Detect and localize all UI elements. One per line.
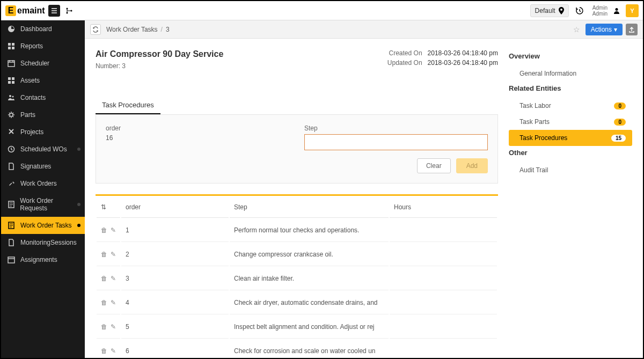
sidebar-item-monitoring-sessions[interactable]: MonitoringSessions xyxy=(1,234,85,251)
step-label: Step xyxy=(304,124,488,132)
sidebar-item-work-order-tasks[interactable]: Work Order Tasks xyxy=(1,217,85,234)
step-input[interactable] xyxy=(304,134,488,150)
sidebar-item-projects[interactable]: Projects xyxy=(1,123,85,141)
scheduler-icon xyxy=(6,60,16,67)
table-row: 🗑✎2Change compressor crankcase oil. xyxy=(97,243,497,266)
sidebar-item-assignments[interactable]: Assignments xyxy=(1,251,85,268)
edit-icon[interactable]: ✎ xyxy=(111,275,116,282)
location-selector[interactable]: Default xyxy=(530,4,569,17)
location-label: Default xyxy=(535,7,555,14)
add-procedure-form: order 16 Step Clear Add xyxy=(96,115,498,184)
panel-task-parts[interactable]: Task Parts 0 xyxy=(509,114,632,130)
tree-toggle-button[interactable] xyxy=(63,5,75,17)
svg-point-15 xyxy=(10,113,13,116)
sidebar-item-contacts[interactable]: Contacts xyxy=(1,89,85,106)
panel-audit-trail[interactable]: Audit Trail xyxy=(509,162,632,178)
sidebar-label: Scheduled WOs xyxy=(20,145,67,153)
menu-toggle-button[interactable] xyxy=(48,5,60,17)
sidebar-item-reports[interactable]: Reports xyxy=(1,38,85,55)
sidebar-item-parts[interactable]: Parts xyxy=(1,106,85,123)
add-button[interactable]: Add xyxy=(456,158,488,173)
topbar: E emaint Default Admin Admin Y xyxy=(1,1,643,20)
cell-hours xyxy=(390,316,497,339)
indicator-dot xyxy=(77,203,80,206)
sidebar-item-work-orders[interactable]: Work Orders xyxy=(1,175,85,192)
clear-button[interactable]: Clear xyxy=(417,158,451,173)
cell-hours xyxy=(390,340,497,358)
edit-icon[interactable]: ✎ xyxy=(111,299,116,306)
cell-hours xyxy=(390,267,497,290)
cell-order: 1 xyxy=(121,219,229,242)
edit-icon[interactable]: ✎ xyxy=(111,226,116,234)
col-step[interactable]: Step xyxy=(230,197,389,218)
cell-order: 2 xyxy=(121,243,229,266)
dashboard-icon xyxy=(6,25,16,33)
task-parts-badge: 0 xyxy=(614,119,626,126)
user-icon[interactable] xyxy=(611,5,623,17)
cell-step: Clean air intake filter. xyxy=(230,267,389,290)
sidebar-label: Reports xyxy=(20,42,43,50)
share-button[interactable] xyxy=(626,24,638,35)
sync-button[interactable] xyxy=(90,24,101,35)
sort-icon: ⇅ xyxy=(101,203,106,211)
brand-text: emaint xyxy=(17,6,45,16)
tab-task-procedures[interactable]: Task Procedures xyxy=(96,97,160,114)
svg-rect-5 xyxy=(12,43,14,46)
sidebar-label: Dashboard xyxy=(20,25,52,33)
panel-overview-heading: Overview xyxy=(509,52,632,60)
sidebar-item-work-order-requests[interactable]: Work Order Requests xyxy=(1,192,85,217)
svg-rect-19 xyxy=(8,257,14,263)
svg-rect-7 xyxy=(12,47,14,49)
delete-icon[interactable]: 🗑 xyxy=(101,226,107,234)
page-number: Number: 3 xyxy=(96,62,387,70)
sidebar: Dashboard Reports Scheduler Assets Conta… xyxy=(1,20,85,358)
history-button[interactable] xyxy=(572,4,587,17)
table-row: 🗑✎1Perform normal tour checks and operat… xyxy=(97,219,497,242)
col-sort[interactable]: ⇅ xyxy=(97,197,120,218)
cell-hours xyxy=(390,291,497,314)
panel-general-info[interactable]: General Information xyxy=(509,65,632,82)
logo: E emaint xyxy=(5,5,45,16)
panel-task-procedures[interactable]: Task Procedures 15 xyxy=(509,130,632,146)
task-procedures-badge: 15 xyxy=(611,135,626,142)
sidebar-item-scheduled-wos[interactable]: Scheduled WOs xyxy=(1,141,85,158)
sidebar-item-assets[interactable]: Assets xyxy=(1,72,85,89)
favorite-button[interactable]: ☆ xyxy=(573,25,580,34)
updated-on: Updated On 2018-03-26 04:18:40 pm xyxy=(387,59,498,67)
delete-icon[interactable]: 🗑 xyxy=(101,299,107,306)
col-hours[interactable]: Hours xyxy=(390,197,497,218)
panel-other-heading: Other xyxy=(509,149,632,157)
sidebar-label: Projects xyxy=(20,128,43,136)
delete-icon[interactable]: 🗑 xyxy=(101,323,107,331)
chevron-down-icon: ▾ xyxy=(614,26,617,33)
edit-icon[interactable]: ✎ xyxy=(111,347,116,355)
delete-icon[interactable]: 🗑 xyxy=(101,275,107,282)
sidebar-item-scheduler[interactable]: Scheduler xyxy=(1,55,85,72)
contacts-icon xyxy=(6,94,16,101)
col-order[interactable]: order xyxy=(121,197,229,218)
sidebar-label: Signatures xyxy=(20,163,51,170)
edit-icon[interactable]: ✎ xyxy=(111,323,116,331)
panel-task-labor[interactable]: Task Labor 0 xyxy=(509,98,632,114)
work-order-tasks-icon xyxy=(6,222,16,229)
sidebar-item-dashboard[interactable]: Dashboard xyxy=(1,20,85,38)
cell-order: 4 xyxy=(121,291,229,314)
cell-order: 5 xyxy=(121,316,229,339)
sidebar-label: Work Order Tasks xyxy=(20,222,72,229)
user-label: Admin Admin xyxy=(592,5,608,17)
sidebar-item-signatures[interactable]: Signatures xyxy=(1,158,85,175)
signatures-icon xyxy=(6,163,16,170)
cell-hours xyxy=(390,219,497,242)
delete-icon[interactable]: 🗑 xyxy=(101,251,107,258)
table-row: 🗑✎3Clean air intake filter. xyxy=(97,267,497,290)
edit-icon[interactable]: ✎ xyxy=(111,251,116,258)
actions-button[interactable]: Actions ▾ xyxy=(586,24,623,35)
panel-related-heading: Related Entities xyxy=(509,84,632,92)
cell-step: Change compressor crankcase oil. xyxy=(230,243,389,266)
breadcrumb-link[interactable]: Work Order Tasks xyxy=(106,26,158,33)
svg-point-13 xyxy=(9,95,11,97)
delete-icon[interactable]: 🗑 xyxy=(101,347,107,355)
right-panel: Overview General Information Related Ent… xyxy=(509,39,643,358)
avatar[interactable]: Y xyxy=(626,4,639,17)
svg-rect-4 xyxy=(8,43,11,46)
